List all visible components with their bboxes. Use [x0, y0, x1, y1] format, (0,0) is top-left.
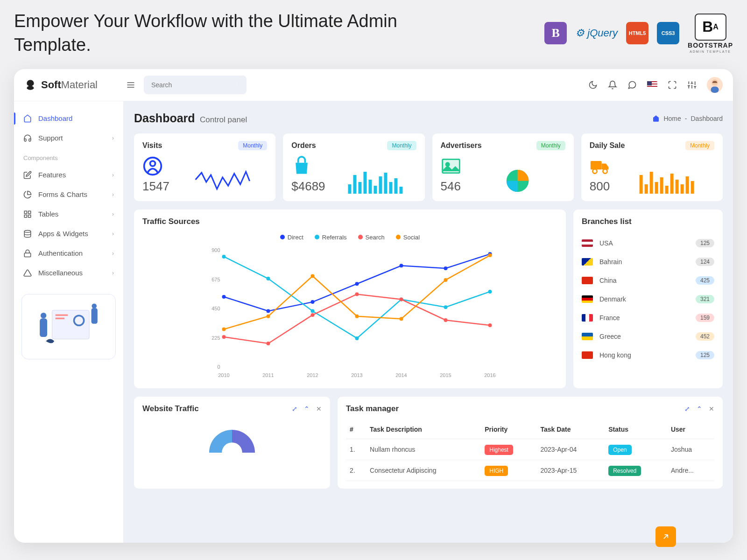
chevron-right-icon: ›	[112, 231, 114, 237]
chevron-right-icon: ›	[112, 211, 114, 217]
branch-item[interactable]: Greece452	[582, 327, 714, 346]
flag-icon	[582, 351, 593, 359]
collapse-icon[interactable]: ⌃	[697, 405, 702, 413]
branch-item[interactable]: Bahrain124	[582, 252, 714, 271]
chevron-right-icon: ›	[112, 172, 114, 178]
home-icon	[652, 115, 660, 122]
svg-rect-23	[56, 314, 68, 316]
svg-point-73	[267, 309, 270, 313]
pie-chart-icon	[470, 168, 565, 194]
sidebar-item-misc[interactable]: Miscellaneous›	[14, 263, 123, 283]
svg-point-99	[488, 253, 492, 257]
grid-icon	[23, 210, 32, 218]
table-row[interactable]: 1.Nullam rhoncusHighest2023-Apr-04OpenJo…	[346, 439, 714, 460]
svg-point-82	[355, 336, 359, 340]
fab-button[interactable]	[655, 526, 676, 547]
flag-icon	[582, 239, 593, 247]
search-icon[interactable]	[239, 80, 239, 90]
svg-point-98	[444, 278, 448, 281]
promo-illustration	[21, 294, 116, 359]
branch-name: Bahrain	[599, 258, 622, 266]
sidebar-item-forms[interactable]: Forms & Charts›	[14, 185, 123, 204]
chat-icon[interactable]	[627, 80, 637, 90]
settings-icon[interactable]	[687, 80, 697, 90]
sidebar-item-auth[interactable]: Authentication›	[14, 244, 123, 263]
svg-point-76	[400, 264, 403, 267]
sidebar-item-apps[interactable]: Apps & Widgets›	[14, 224, 123, 244]
branch-name: Hong kong	[599, 351, 631, 359]
svg-text:2011: 2011	[262, 372, 274, 378]
svg-rect-54	[665, 186, 668, 194]
svg-point-48	[603, 169, 607, 173]
svg-point-85	[488, 289, 492, 293]
svg-point-77	[444, 266, 448, 270]
monthly-badge: Monthly	[387, 141, 416, 150]
expand-icon[interactable]: ⤢	[684, 405, 690, 413]
branch-count: 452	[696, 332, 714, 341]
stat-advertisers: AdvertisersMonthly 546	[432, 133, 574, 201]
svg-rect-41	[394, 178, 397, 194]
svg-text:2016: 2016	[484, 372, 495, 378]
svg-point-27	[41, 313, 46, 318]
svg-text:450: 450	[211, 306, 220, 311]
svg-rect-36	[368, 180, 372, 194]
branch-name: Greece	[599, 333, 621, 340]
svg-point-88	[311, 313, 315, 316]
breadcrumb-home[interactable]: Home	[663, 115, 681, 122]
svg-rect-32	[348, 184, 351, 194]
svg-point-91	[444, 318, 448, 322]
branch-item[interactable]: USA125	[582, 234, 714, 252]
svg-point-47	[592, 169, 597, 173]
moon-icon[interactable]	[588, 80, 598, 90]
brand[interactable]: SoftMaterial	[24, 79, 118, 91]
traffic-sources-card: Traffic Sources Direct Referrals Search …	[134, 210, 566, 388]
branch-count: 125	[696, 239, 714, 247]
svg-point-84	[444, 305, 448, 309]
branch-count: 321	[696, 295, 714, 303]
svg-rect-58	[685, 176, 689, 194]
bell-icon[interactable]	[608, 80, 617, 90]
branch-item[interactable]: Denmark321	[582, 290, 714, 308]
sidebar-item-tables[interactable]: Tables›	[14, 204, 123, 224]
svg-point-75	[355, 282, 359, 286]
edit-icon	[23, 171, 32, 179]
expand-icon[interactable]: ⤢	[292, 405, 297, 413]
sidebar-item-support[interactable]: Support›	[14, 128, 123, 148]
ba-logo-icon: BA	[695, 14, 726, 41]
svg-point-94	[267, 314, 270, 318]
sidebar-item-features[interactable]: Features›	[14, 165, 123, 185]
svg-point-90	[400, 297, 403, 301]
branch-item[interactable]: Hong kong125	[582, 346, 714, 364]
svg-rect-57	[680, 184, 684, 194]
svg-text:2013: 2013	[351, 372, 362, 378]
svg-rect-40	[389, 182, 392, 194]
menu-toggle-icon[interactable]	[126, 80, 135, 90]
line-chart: 0225450675900201020112012201320142015201…	[142, 245, 557, 381]
close-icon[interactable]: ✕	[709, 405, 714, 413]
main-content: Dashboard Control panel Home - Dashboard…	[124, 101, 733, 543]
avatar[interactable]	[707, 77, 723, 93]
sidebar-item-dashboard[interactable]: Dashboard	[14, 109, 123, 128]
close-icon[interactable]: ✕	[316, 405, 322, 413]
fullscreen-icon[interactable]	[668, 80, 677, 90]
svg-rect-15	[711, 86, 719, 93]
flag-icon[interactable]	[647, 81, 657, 89]
svg-rect-37	[374, 186, 377, 194]
table-row[interactable]: 2.Consectetur AdipiscingHIGH2023-Apr-15R…	[346, 460, 714, 481]
monthly-badge: Monthly	[685, 141, 714, 150]
collapse-icon[interactable]: ⌃	[304, 405, 310, 413]
svg-text:2015: 2015	[440, 372, 451, 378]
svg-rect-21	[24, 253, 31, 257]
svg-point-29	[92, 303, 97, 308]
search-input[interactable]	[151, 81, 233, 89]
search-box[interactable]	[144, 76, 247, 94]
chevron-right-icon: ›	[112, 270, 114, 276]
page-tagline: Empower Your Workflow with the Ultimate …	[14, 9, 434, 57]
svg-rect-24	[56, 317, 64, 319]
branch-item[interactable]: France159	[582, 308, 714, 327]
svg-point-95	[311, 274, 315, 278]
svg-point-81	[311, 309, 315, 313]
branch-item[interactable]: China425	[582, 271, 714, 290]
branches-card: Branches list USA125Bahrain124China425De…	[573, 210, 723, 388]
flag-icon	[582, 277, 593, 284]
